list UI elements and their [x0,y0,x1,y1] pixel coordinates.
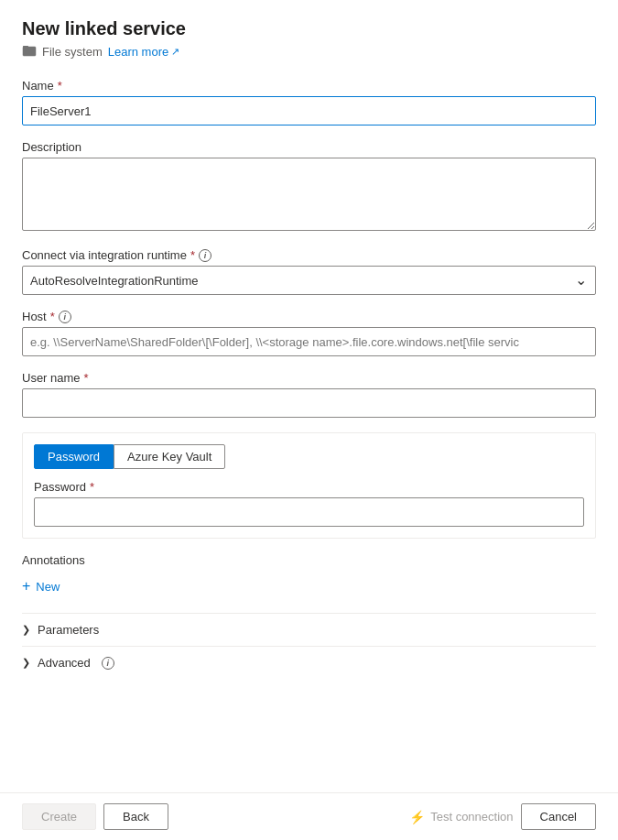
host-field-group: Host * i [22,310,596,356]
cancel-button[interactable]: Cancel [521,803,596,830]
name-label: Name * [22,79,596,93]
password-label: Password * [34,480,584,494]
page-title: New linked service [22,18,596,39]
azure-key-vault-tab[interactable]: Azure Key Vault [114,444,225,469]
test-connection-label: Test connection [430,810,513,824]
annotations-section: Annotations + New [22,553,596,598]
name-required-star: * [58,79,62,93]
username-field-group: User name * [22,371,596,418]
host-info-icon: i [59,311,71,323]
name-input[interactable] [22,96,596,125]
host-required-star: * [50,310,55,323]
parameters-chevron-icon: ❯ [22,624,30,636]
footer-left: Create Back [22,803,168,830]
username-label: User name * [22,371,596,385]
add-new-annotation-button[interactable]: + New [22,574,60,598]
runtime-info-icon: i [199,249,211,262]
password-field-group: Password * [34,480,584,527]
host-input[interactable] [22,327,596,356]
password-section: Password Azure Key Vault Password * [22,432,596,539]
username-input[interactable] [22,388,596,418]
password-input[interactable] [34,497,584,527]
footer-right: ⚡ Test connection Cancel [409,803,596,830]
password-required-star: * [90,480,94,494]
new-button-label: New [36,580,60,594]
password-tab[interactable]: Password [34,444,114,469]
test-connection-button[interactable]: ⚡ Test connection [409,810,513,824]
advanced-info-icon: i [102,657,114,670]
advanced-collapsible[interactable]: ❯ Advanced i [22,646,596,679]
test-conn-plug-icon: ⚡ [409,810,425,824]
parameters-label: Parameters [38,623,99,637]
svg-rect-1 [23,46,28,49]
host-label: Host * i [22,310,596,323]
runtime-select[interactable]: AutoResolveIntegrationRuntime [22,266,596,295]
annotations-label: Annotations [22,553,596,567]
description-input[interactable] [22,158,596,231]
file-system-icon [22,43,37,60]
advanced-label: Advanced [38,656,91,670]
learn-more-link[interactable]: Learn more ↗ [108,45,179,59]
subtitle-text: File system [42,45,103,59]
parameters-collapsible[interactable]: ❯ Parameters [22,613,596,646]
runtime-required-star: * [190,248,195,262]
learn-more-text: Learn more [108,45,168,59]
name-field-group: Name * [22,79,596,125]
back-button[interactable]: Back [103,803,168,830]
runtime-select-wrapper: AutoResolveIntegrationRuntime [22,266,596,295]
description-field-group: Description [22,140,596,234]
connect-runtime-label: Connect via integration runtime * i [22,248,596,262]
plus-icon: + [22,578,30,595]
password-tab-row: Password Azure Key Vault [34,444,584,469]
create-button[interactable]: Create [22,803,96,830]
footer-bar: Create Back ⚡ Test connection Cancel [0,792,618,840]
connect-runtime-field-group: Connect via integration runtime * i Auto… [22,248,596,295]
description-label: Description [22,140,596,154]
external-link-icon: ↗ [171,46,179,58]
username-required-star: * [84,371,89,385]
advanced-chevron-icon: ❯ [22,657,30,669]
